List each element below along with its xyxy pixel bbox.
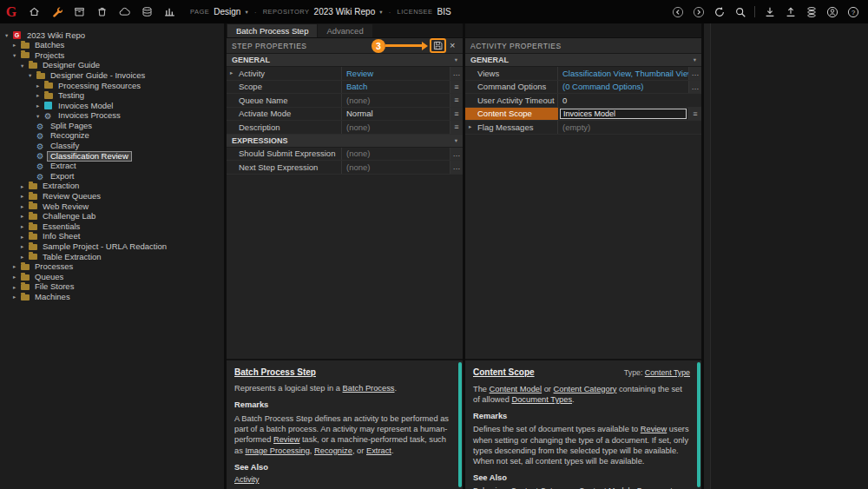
expander-closed-icon[interactable]: ▸ [36,92,44,99]
content-scope-input[interactable]: Invoices Model [560,109,687,119]
storage-icon[interactable] [141,5,154,18]
tree-item[interactable]: ⚙Extract [0,162,224,172]
tree-item[interactable]: ▸Essentials [0,221,224,232]
property-row[interactable]: Queue Name(none)≡ [227,94,463,108]
doc-inline-link[interactable]: Extract [366,446,391,455]
tree-item[interactable]: ▾⚙Invoices Process [0,111,224,122]
doc-inline-link[interactable]: Document Types [511,395,572,404]
tree-item[interactable]: ▸Processing Resources [0,81,224,91]
chevron-down-icon[interactable]: ▾ [245,9,247,16]
chevron-down-icon[interactable]: ▾ [379,9,382,16]
expander-closed-icon[interactable]: ▸ [36,102,44,109]
ellipsis-button[interactable]: … [688,81,701,94]
tree-item[interactable]: ▸Info Sheet [0,232,224,242]
repository-value[interactable]: 2023 Wiki Repo [314,7,376,17]
property-section-header[interactable]: GENERAL▾ [465,54,701,67]
doc-title-link[interactable]: Batch Process Step [234,367,316,378]
expander-open-icon[interactable]: ▾ [13,52,21,59]
expander-closed-icon[interactable]: ▸ [36,83,44,89]
expander-closed-icon[interactable]: ▸ [21,223,29,230]
tree-item[interactable]: ⚙Recognize [0,131,224,142]
back-icon[interactable] [671,5,684,18]
expander-closed-icon[interactable]: ▸ [21,213,29,220]
property-row[interactable]: ▸Flag Messages(empty) [465,121,701,135]
expander-closed-icon[interactable]: ▸ [469,123,471,130]
expander-closed-icon[interactable]: ▸ [21,203,29,210]
tree-item[interactable]: ⚙Split Pages [0,121,224,131]
expander-closed-icon[interactable]: ▸ [13,42,21,49]
home-icon[interactable] [28,5,41,18]
tree-item[interactable]: ▾Projects [0,50,224,61]
tree-item[interactable]: ▸Processes [0,262,224,273]
expander-open-icon[interactable]: ▾ [21,63,29,69]
doc-inline-link[interactable]: Image Processing [245,446,309,455]
expander-closed-icon[interactable]: ▸ [13,284,21,291]
expander-closed-icon[interactable]: ▸ [13,294,21,301]
expander-closed-icon[interactable]: ▸ [13,274,21,281]
expander-closed-icon[interactable]: ▸ [21,254,29,261]
chart-icon[interactable] [163,5,176,18]
ellipsis-button[interactable]: … [688,67,701,80]
type-value-link[interactable]: Content Type [645,368,690,377]
tree-item[interactable]: ▸Table Extraction [0,252,224,262]
expander-closed-icon[interactable]: ▸ [21,234,29,241]
property-row[interactable]: ViewsClassification View, Thumbnail View… [465,67,701,81]
property-row[interactable]: Next Step Expression(none)… [227,161,463,175]
expander-closed-icon[interactable]: ▸ [13,263,21,270]
collapsed-panel-rail[interactable] [704,23,711,489]
search-icon[interactable] [733,5,746,18]
property-row[interactable]: Activate ModeNormal≡ [227,108,463,122]
menu-button[interactable]: ≡ [450,81,463,94]
property-section-header[interactable]: EXPRESSIONS▾ [227,135,463,148]
wrench-icon[interactable] [50,5,63,18]
account-icon[interactable] [825,5,838,18]
doc-inline-link[interactable]: Review [273,435,299,444]
see-also-link[interactable]: Activity [234,475,260,484]
save-button[interactable] [430,38,446,53]
property-row[interactable]: Description(none)≡ [227,121,463,135]
tab-batch-process-step[interactable]: Batch Process Step [227,24,317,37]
trash-icon[interactable] [95,5,108,18]
property-row[interactable]: Command Options(0 Command Options)… [465,81,701,95]
doc-inline-link[interactable]: Recognize [314,446,352,455]
page-value[interactable]: Design [214,7,240,17]
tree-item[interactable]: ⚙Classification Review [0,151,224,162]
menu-button[interactable]: ≡ [688,108,701,121]
menu-button[interactable]: ≡ [450,108,463,121]
expander-closed-icon[interactable]: ▸ [21,243,29,250]
export-icon[interactable] [784,5,797,18]
tree-item[interactable]: ⚙Export [0,171,224,182]
download-icon[interactable] [763,5,776,18]
tree-item[interactable]: ▸File Stores [0,282,224,293]
expander-closed-icon[interactable]: ▸ [230,69,233,76]
doc-inline-link[interactable]: Review [641,425,667,433]
ellipsis-button[interactable]: … [450,161,463,174]
tree-item[interactable]: ▸Extraction [0,182,224,192]
property-row[interactable]: ScopeBatch≡ [227,81,463,95]
tree-item[interactable]: ▸Batches [0,41,224,51]
expander-closed-icon[interactable]: ▸ [21,183,29,190]
doc-inline-link[interactable]: Batch Process [343,384,395,393]
doc-inline-link[interactable]: Content Category [554,385,617,393]
property-row[interactable]: ▸ActivityReview… [227,67,463,81]
cancel-icon[interactable]: × [448,41,457,50]
cloud-icon[interactable] [118,5,131,18]
ellipsis-button[interactable]: … [450,67,463,80]
property-row[interactable]: User Activity Timeout0 [465,94,701,108]
scrollbar-thumb[interactable] [697,362,700,487]
property-section-header[interactable]: GENERAL▾ [227,54,463,67]
tree-item[interactable]: ▸Invoices Model [0,101,224,111]
tree-item[interactable]: ▸Testing [0,91,224,102]
tree-item[interactable]: ▸Web Review [0,202,224,212]
tree-item[interactable]: ▸Machines [0,292,224,302]
expander-open-icon[interactable]: ▾ [36,113,44,120]
tree-item[interactable]: ▸Sample Project - URLA Redaction [0,241,224,252]
tree-item[interactable]: ▸Review Queues [0,192,224,202]
menu-button[interactable]: ≡ [450,121,463,134]
app-logo[interactable]: G [0,0,23,23]
property-row[interactable]: Content ScopeInvoices Model≡ [465,108,701,122]
tab-advanced[interactable]: Advanced [318,24,372,37]
refresh-icon[interactable] [713,5,726,18]
expander-closed-icon[interactable]: ▸ [21,193,29,200]
expander-open-icon[interactable]: ▾ [5,32,13,39]
